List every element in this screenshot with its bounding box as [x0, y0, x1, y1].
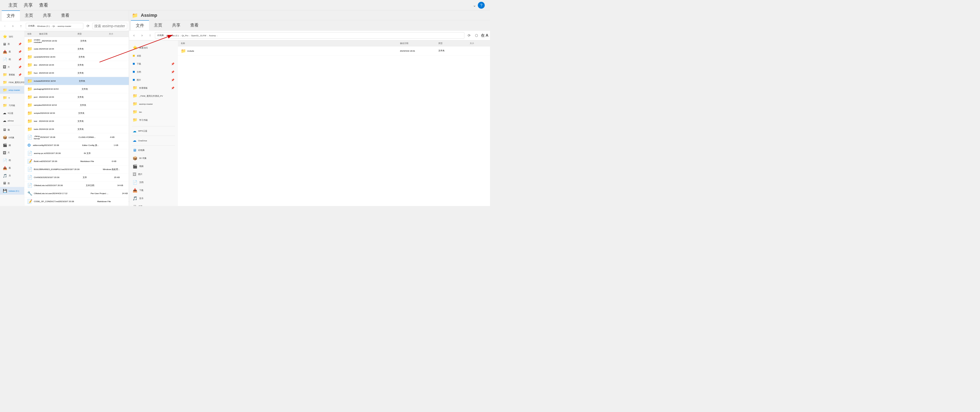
left-tab-view[interactable]: 查看 — [56, 11, 74, 21]
file-row-include[interactable]: 📁include 2024/4/19 16:54 文件夹 — [24, 77, 129, 85]
menu-item-share[interactable]: 共享 — [21, 1, 36, 10]
file-row-changes[interactable]: 📄CHANGES 2023/10/7 20:36 文件 25 KB — [24, 173, 129, 181]
sidebar-item-pictures[interactable]: 🖼 片 📌 — [0, 63, 24, 71]
right-back-button[interactable]: ‹ — [131, 32, 137, 38]
right-sidebar-item-wps[interactable]: ☁ WPS云盘 — [129, 127, 178, 135]
sidebar-item-desktop2[interactable]: 🖥 面 — [0, 180, 24, 187]
right-col-type[interactable]: 类型 — [438, 42, 470, 45]
sidebar-item-books[interactable]: 📁 习书籍 — [0, 102, 24, 109]
right-sidebar-item-3d[interactable]: 📦 3D 对象 — [129, 154, 178, 162]
file-row[interactable]: 📝CODE_OF_CONDUCT.md 2023/10/7 20:36 Mark… — [24, 197, 129, 206]
right-expand-button[interactable]: ⬡ — [474, 32, 480, 38]
col-date[interactable]: 修改日期 — [39, 32, 78, 36]
sidebar-item-windows-c[interactable]: 💾 indows (C:) — [0, 187, 24, 195]
left-search-input[interactable] — [92, 23, 127, 29]
left-address-path[interactable]: 此电脑 › Windows (C:) › Qt › assimp-master — [26, 23, 83, 29]
right-sidebar-item-item-pv[interactable]: 📁 _ITEM_通用元件测试_PV — [129, 92, 178, 100]
refresh-button[interactable]: ⟳ — [85, 23, 91, 29]
menu-item-view[interactable]: 查看 — [36, 1, 51, 10]
file-row[interactable]: 📄.clang-format 2023/10/7 20:36 CLANG-FOR… — [24, 134, 129, 142]
file-row[interactable]: 🔧CMakeLists.txt.user 2024/4/19 17:12 Per… — [24, 189, 129, 197]
col-name[interactable]: 名称 — [27, 32, 39, 36]
right-col-name[interactable]: 名称 — [181, 42, 400, 45]
sidebar-item-templates[interactable]: 📁 著模板 📌 — [0, 71, 24, 79]
file-row[interactable]: 📁samples 2024/4/19 16:54 文件夹 — [24, 101, 129, 109]
file-row[interactable]: 📁contrib 2024/4/19 16:54 文件夹 — [24, 53, 129, 61]
right-sidebar-item-music[interactable]: 🎵 音乐 — [129, 194, 178, 202]
file-row[interactable]: ⚙.editorconfig 2023/10/7 20:36 Editor Co… — [24, 142, 129, 150]
col-size[interactable]: 大小 — [109, 32, 126, 36]
sidebar-item-s-cloud[interactable]: ☁ S云盘 — [0, 109, 24, 117]
file-icon: 📄 — [27, 151, 32, 156]
file-row[interactable]: 📄CMakeLists.txt 2023/10/7 20:36 文本文档 34 … — [24, 181, 129, 189]
file-row[interactable]: 📝Build.md 2023/10/7 20:36 Markdown File … — [24, 157, 129, 165]
sidebar-item-pics2[interactable]: 🖼 片 — [0, 149, 24, 157]
sidebar-item-dl2[interactable]: 📥 载 — [0, 164, 24, 172]
file-row[interactable]: 📁test 2024/4/19 16:54 文件夹 — [24, 117, 129, 125]
right-sidebar-item-onedrive[interactable]: ☁ OneDrive — [129, 137, 178, 145]
sidebar-item-assimp-master[interactable]: 📁 simp-master — [0, 86, 24, 94]
sidebar-item-n[interactable]: 📁 n — [0, 94, 24, 102]
file-row[interactable]: 📁scripts 2024/4/19 16:54 文件夹 — [24, 109, 129, 117]
right-up-button[interactable]: ↑ — [147, 32, 153, 38]
back-button[interactable]: ‹ — [2, 23, 8, 29]
chevron-icon[interactable]: ⌄ — [473, 3, 476, 7]
right-sidebar-item-templates[interactable]: 📁 软著模板 📌 — [129, 84, 178, 92]
right-refresh-button[interactable]: ⟳ — [466, 32, 473, 38]
file-row[interactable]: 📁packaging 2024/4/19 16:54 文件夹 — [24, 85, 129, 93]
right-col-date[interactable]: 修改日期 — [400, 42, 438, 45]
up-button[interactable]: ↑ — [18, 23, 24, 29]
right-col-size[interactable]: 大小 — [470, 42, 487, 45]
right-sidebar-item-dl2[interactable]: 📥 下载 — [129, 186, 178, 194]
sidebar-item-item-pv[interactable]: 📁 ITEM_通用元件测试_PV — [0, 79, 24, 86]
file-row[interactable]: 📁tools 2024/4/19 16:54 文件夹 — [24, 125, 129, 134]
file-row[interactable]: 📁fuzz 2024/4/19 16:54 文件夹 — [24, 69, 129, 77]
left-tab-home[interactable]: 主页 — [20, 11, 38, 21]
file-row[interactable]: 📁code 2024/4/19 16:54 文件夹 — [24, 45, 129, 53]
right-sidebar-item-assimp-master[interactable]: 📁 assimp-master — [129, 100, 178, 108]
address-right-controls: ⟳ — [85, 23, 127, 29]
help-button[interactable]: ? — [478, 2, 485, 9]
file-row[interactable]: 📁cmake-modules 2024/4/19 16:53 文件夹 — [24, 37, 129, 45]
right-tab-home[interactable]: 主页 — [149, 20, 167, 30]
sidebar-item-music[interactable]: 🎵 乐 — [0, 172, 24, 180]
right-sidebar-item-desktop[interactable]: ■ 卓面 — [129, 52, 178, 60]
right-tab-view[interactable]: 查看 — [185, 20, 204, 30]
sidebar-item-video[interactable]: 🎬 频 — [0, 142, 24, 149]
file-row[interactable]: 📄BUILDBINARIES_EXAMPLE.bat 2023/10/7 20:… — [24, 165, 129, 173]
sidebar-item-computer[interactable]: 🖥 脑 — [0, 126, 24, 134]
right-tab-share[interactable]: 共享 — [167, 20, 185, 30]
left-tab-share[interactable]: 共享 — [38, 11, 56, 21]
right-sidebar-item-desktop2[interactable]: 🖥 卓面 — [129, 202, 178, 206]
right-sidebar-section-header-quick[interactable]: ⭐ 快速访问 — [129, 44, 178, 52]
folder-icon: 📁 — [27, 79, 32, 83]
right-address-path[interactable]: 此电脑 › Windows (C:) › Qt_Pro › OpenGL_GLF… — [155, 32, 465, 38]
right-forward-button[interactable]: › — [139, 32, 145, 38]
sidebar-item-downloads[interactable]: 📥 载 📌 — [0, 48, 24, 56]
right-sidebar-item-documents[interactable]: ■ 文档 📌 — [129, 68, 178, 76]
file-row[interactable]: 📄assimp.pc.in 2023/10/7 20:36 IN 文件 — [24, 150, 129, 157]
menu-item-home[interactable]: 主页 — [5, 1, 21, 10]
right-sidebar-item-books[interactable]: 📁 学习书籍 — [129, 116, 178, 124]
file-row[interactable]: 📁doc 2024/4/19 16:54 文件夹 — [24, 61, 129, 69]
sidebar-item-edrive[interactable]: ☁ eDrive — [0, 117, 24, 125]
sidebar-item-quick-access[interactable]: ⭐ 访问 — [0, 33, 24, 40]
right-sidebar-section-pc[interactable]: 🖥 此电脑 — [129, 146, 178, 154]
right-sidebar-item-video[interactable]: 🎬 视频 — [129, 162, 178, 170]
sidebar-item-documents[interactable]: 📄 档 📌 — [0, 56, 24, 63]
col-type[interactable]: 类型 — [78, 32, 109, 36]
sidebar-item-desktop[interactable]: 🖥 面 📌 — [0, 40, 24, 48]
sidebar-item-3d[interactable]: 📦 D对象 — [0, 134, 24, 142]
right-sidebar-item-pictures[interactable]: ■ 图片 📌 — [129, 76, 178, 84]
right-sidebar-item-docs2[interactable]: 📄 文档 — [129, 178, 178, 186]
file-row[interactable]: 📝CodeConventions.md 2023/10/7 20:36 Mark… — [24, 206, 129, 206]
right-tab-file[interactable]: 文件 — [131, 20, 149, 30]
right-sidebar-item-pics2[interactable]: 🖼 图片 — [129, 170, 178, 178]
forward-button[interactable]: › — [10, 23, 16, 29]
right-file-row-include[interactable]: 📁include 2024/4/19 18:01 文件夹 — [178, 46, 490, 56]
right-sidebar-item-download[interactable]: ■ 下载 📌 — [129, 60, 178, 68]
right-sidebar-item-bin[interactable]: 📁 bin — [129, 108, 178, 116]
left-tab-file[interactable]: 文件 — [2, 11, 20, 21]
file-row[interactable]: 📁port 2024/4/19 16:54 文件夹 — [24, 93, 129, 101]
sidebar-item-docs2[interactable]: 📄 档 — [0, 156, 24, 164]
